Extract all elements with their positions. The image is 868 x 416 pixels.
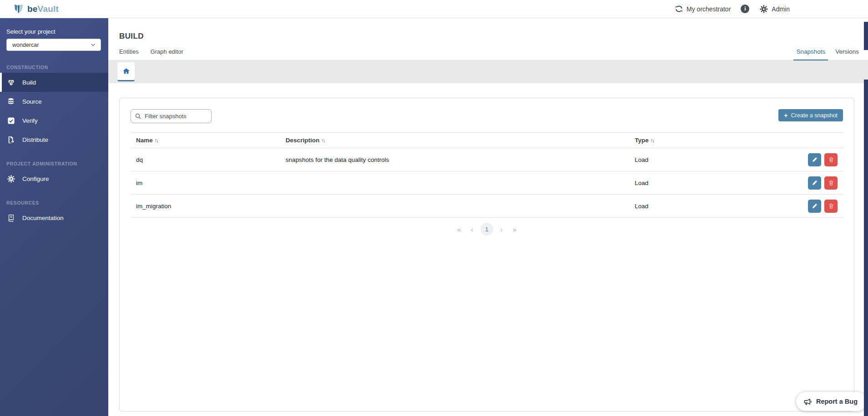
info-icon[interactable]: i <box>741 5 749 13</box>
delete-snapshot-button[interactable] <box>824 153 838 166</box>
edit-snapshot-button[interactable] <box>808 200 821 213</box>
cell-name: im <box>131 171 280 195</box>
admin-button[interactable]: Admin <box>759 5 790 14</box>
build-icon <box>6 78 15 87</box>
sidebar-item-label: Documentation <box>22 215 64 221</box>
cell-description <box>280 171 629 195</box>
edit-snapshot-button[interactable] <box>808 153 821 166</box>
sidebar-item-label: Distribute <box>22 136 48 143</box>
column-header-description[interactable]: Description↑↓ <box>280 133 629 148</box>
tabs-row: Entities Graph editor Snapshots Versions <box>108 48 868 60</box>
file-export-icon <box>6 135 15 144</box>
snapshots-card: + Create a snapshot Name↑↓ Description↑↓… <box>119 98 854 411</box>
cell-description <box>280 195 629 218</box>
pagination-first-button[interactable]: « <box>454 226 464 233</box>
filter-snapshots-input[interactable] <box>131 109 212 123</box>
delete-snapshot-button[interactable] <box>824 176 838 190</box>
scrollbar-thumb[interactable] <box>864 80 868 416</box>
sync-icon <box>675 5 683 13</box>
brand-name: beVault <box>27 4 59 14</box>
gear-icon <box>6 175 15 183</box>
breadcrumb-home-tab[interactable] <box>117 62 135 81</box>
cell-name: im_migration <box>131 195 280 218</box>
brand-logo[interactable]: beVault <box>13 3 59 15</box>
sidebar-item-source[interactable]: Source <box>0 92 108 111</box>
cell-type: Load <box>629 171 772 195</box>
filter-wrap <box>131 109 212 123</box>
sidebar: Select your project wondercar CONSTRUCTI… <box>0 18 108 416</box>
pencil-icon <box>812 180 818 186</box>
section-construction: CONSTRUCTION <box>6 65 108 70</box>
sidebar-item-label: Configure <box>22 175 49 182</box>
sidebar-item-build[interactable]: Build <box>0 73 108 92</box>
pagination: « ‹ 1 › » <box>131 223 843 236</box>
database-icon <box>6 97 15 106</box>
pagination-prev-button[interactable]: ‹ <box>468 226 476 233</box>
project-select[interactable]: wondercar <box>6 39 101 51</box>
search-icon <box>135 113 141 120</box>
book-icon <box>6 214 15 222</box>
create-snapshot-button[interactable]: + Create a snapshot <box>778 109 843 121</box>
project-select-label: Select your project <box>6 28 102 35</box>
megaphone-icon <box>803 397 812 406</box>
sort-icon[interactable]: ↑↓ <box>155 138 158 143</box>
bevault-shield-icon <box>13 3 25 15</box>
sort-icon[interactable]: ↑↓ <box>321 138 325 143</box>
sidebar-item-label: Verify <box>22 117 38 124</box>
my-orchestrator-button[interactable]: My orchestrator <box>675 5 731 13</box>
sidebar-item-verify[interactable]: Verify <box>0 111 108 130</box>
trash-icon <box>828 180 834 186</box>
page-title: BUILD <box>119 32 857 41</box>
table-row: im Load <box>131 171 843 195</box>
edit-snapshot-button[interactable] <box>808 176 821 190</box>
pencil-icon <box>812 203 818 209</box>
sidebar-item-distribute[interactable]: Distribute <box>0 130 108 149</box>
column-header-actions <box>772 133 843 148</box>
create-snapshot-label: Create a snapshot <box>791 112 838 119</box>
pagination-last-button[interactable]: » <box>510 226 519 233</box>
table-row: dq snapshots for the data quality contro… <box>131 148 843 171</box>
pagination-next-button[interactable]: › <box>498 226 505 233</box>
cell-type: Load <box>629 195 772 218</box>
snapshots-table: Name↑↓ Description↑↓ Type↑↓ dq snapshots… <box>131 132 843 218</box>
delete-snapshot-button[interactable] <box>824 200 838 213</box>
report-a-bug-button[interactable]: Report a Bug <box>796 392 867 411</box>
topbar: beVault My orchestrator i <box>0 0 868 18</box>
section-resources: RESOURCES <box>6 200 108 205</box>
gear-icon <box>759 5 768 14</box>
plus-icon: + <box>784 112 788 119</box>
home-icon <box>122 67 130 75</box>
cell-name: dq <box>131 148 280 171</box>
column-header-type[interactable]: Type↑↓ <box>629 133 772 148</box>
sidebar-item-label: Source <box>22 98 42 105</box>
sidebar-item-label: Build <box>22 79 36 86</box>
main-content: BUILD Entities Graph editor Snapshots Ve… <box>108 18 868 416</box>
trash-icon <box>828 156 834 163</box>
tab-entities[interactable]: Entities <box>119 48 139 55</box>
sidebar-item-documentation[interactable]: Documentation <box>0 208 108 227</box>
sort-icon[interactable]: ↑↓ <box>651 138 654 143</box>
trash-icon <box>828 203 834 209</box>
admin-label: Admin <box>772 5 790 13</box>
breadcrumb-strip <box>108 60 868 83</box>
table-header-row: Name↑↓ Description↑↓ Type↑↓ <box>131 133 843 148</box>
cell-description: snapshots for the data quality controls <box>280 148 629 171</box>
checkbox-check-icon <box>6 117 15 125</box>
tab-versions[interactable]: Versions <box>835 48 859 55</box>
column-header-name[interactable]: Name↑↓ <box>131 133 280 148</box>
pencil-icon <box>812 156 818 163</box>
table-row: im_migration Load <box>131 195 843 218</box>
section-project-administration: PROJECT ADMINISTRATION <box>6 161 108 166</box>
sidebar-item-configure[interactable]: Configure <box>0 169 108 188</box>
chevron-down-icon <box>90 42 96 48</box>
report-a-bug-label: Report a Bug <box>816 398 858 405</box>
project-select-value: wondercar <box>12 42 39 48</box>
tab-snapshots[interactable]: Snapshots <box>796 48 825 55</box>
pagination-page-1[interactable]: 1 <box>480 223 493 236</box>
scrollbar-thumb[interactable] <box>864 22 868 50</box>
my-orchestrator-label: My orchestrator <box>686 5 731 13</box>
cell-type: Load <box>629 148 772 171</box>
tab-graph-editor[interactable]: Graph editor <box>151 48 183 55</box>
